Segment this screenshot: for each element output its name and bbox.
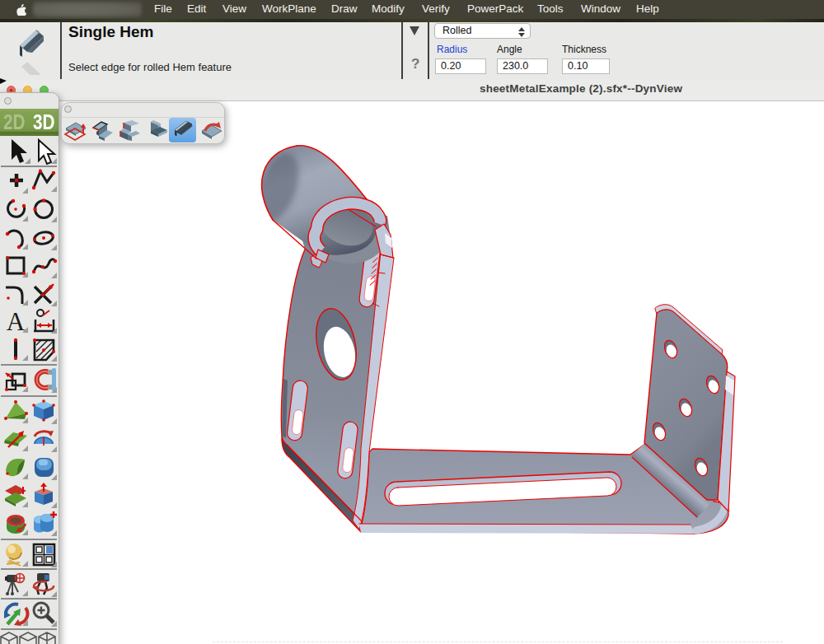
svg-text:A: A — [7, 307, 26, 335]
